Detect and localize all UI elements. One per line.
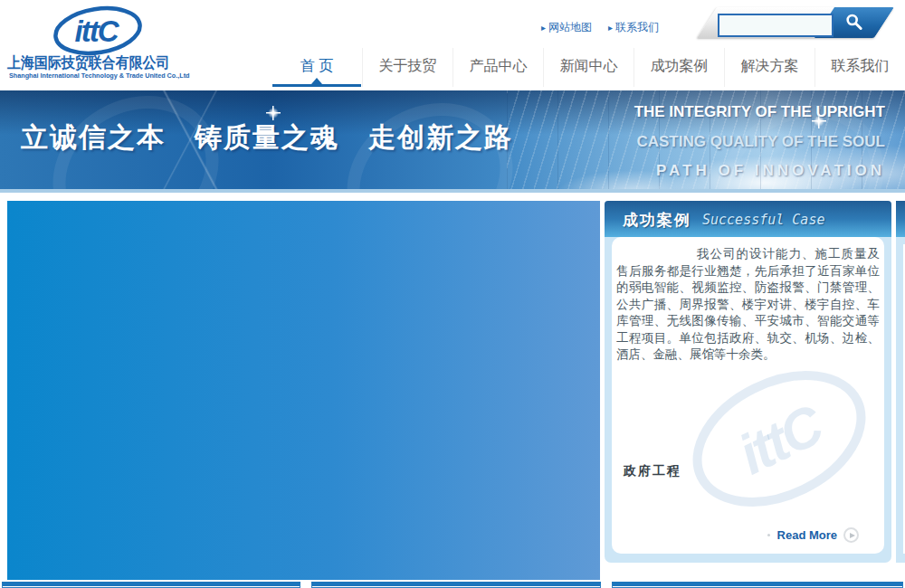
main-navigation: 首 页 关于技贸 产品中心 新闻中心 成功案例 解决方案 联系我们 <box>272 48 905 87</box>
read-more-link[interactable]: Read More <box>767 527 859 543</box>
panel-watermark-text: ittC <box>729 392 834 486</box>
nav-item-label: 成功案例 <box>651 58 709 73</box>
active-tab-triangle-icon <box>311 78 322 84</box>
search-input[interactable] <box>718 14 834 37</box>
nav-item-label: 产品中心 <box>470 58 528 73</box>
nav-item-label: 联系我们 <box>832 58 890 73</box>
company-logo-icon: ittC <box>51 5 145 56</box>
sitemap-link[interactable]: ▸网站地图 <box>541 20 592 35</box>
partial-panel-body <box>896 237 905 563</box>
success-case-panel: 成功案例 Successful Case ittC 我公司的设计能力、施工质量及… <box>605 201 891 563</box>
nav-item-about[interactable]: 关于技贸 <box>362 48 452 87</box>
nav-item-label: 首 页 <box>300 58 333 73</box>
page: ittC 上海国际技贸联合有限公司 Shanghai International… <box>0 0 905 588</box>
bottom-section-right <box>612 582 903 588</box>
banner-slogan-en-line2: CASTING QUALITY OF THE SOUL <box>636 133 885 151</box>
play-circle-icon <box>843 527 859 543</box>
success-case-body: ittC 我公司的设计能力、施工质量及售后服务都是行业翘楚，先后承担了近百家单位… <box>612 237 884 554</box>
nav-item-home[interactable]: 首 页 <box>272 48 362 87</box>
success-case-intro: 我公司的设计能力、施工质量及售后服务都是行业翘楚，先后承担了近百家单位的弱电智能… <box>616 246 880 364</box>
search-bar <box>685 7 895 38</box>
nav-item-contact[interactable]: 联系我们 <box>814 48 905 87</box>
success-case-header: 成功案例 Successful Case <box>605 201 891 237</box>
logo-text: ittC <box>75 14 120 48</box>
case-item-government-link[interactable]: 政府工程 <box>624 463 681 479</box>
banner-slogan-en-line1: THE INTEGRITY OF THE UPRIGHT <box>634 103 885 121</box>
nav-item-products[interactable]: 产品中心 <box>452 48 543 87</box>
sitemap-link-label: 网站地图 <box>548 21 592 33</box>
contact-link[interactable]: ▸联系我们 <box>608 20 659 35</box>
company-name-en: Shanghai International Technology & Trad… <box>9 71 189 80</box>
nav-item-label: 解决方案 <box>741 58 799 73</box>
bullet-dot-icon <box>767 534 770 536</box>
main-feature-area <box>7 201 600 580</box>
success-case-title-cn: 成功案例 <box>623 210 691 231</box>
company-name-cn: 上海国际技贸联合有限公司 <box>7 52 170 73</box>
contact-link-label: 联系我们 <box>615 21 659 33</box>
bottom-section-left <box>2 582 300 588</box>
hero-banner: 立诚信之本 铸质量之魂 走创新之路 THE INTEGRITY OF THE U… <box>0 90 905 189</box>
bottom-section-middle <box>311 582 601 588</box>
arrow-right-icon: ▸ <box>541 23 546 33</box>
nav-item-cases[interactable]: 成功案例 <box>634 48 724 87</box>
partial-panel-edge <box>896 201 905 563</box>
nav-item-label: 关于技贸 <box>379 58 437 73</box>
read-more-label: Read More <box>777 528 837 542</box>
arrow-right-icon: ▸ <box>608 23 613 33</box>
success-case-title-en: Successful Case <box>702 212 824 228</box>
partial-panel-header <box>896 201 905 237</box>
nav-item-news[interactable]: 新闻中心 <box>543 48 634 87</box>
banner-slogan-cn: 立诚信之本 铸质量之魂 走创新之路 <box>21 119 513 156</box>
nav-item-solutions[interactable]: 解决方案 <box>724 48 814 87</box>
banner-slogan-en-line3: PATH OF INNOVATION <box>656 162 885 180</box>
banner-bottom-strip <box>0 189 905 193</box>
nav-item-label: 新闻中心 <box>560 58 618 73</box>
